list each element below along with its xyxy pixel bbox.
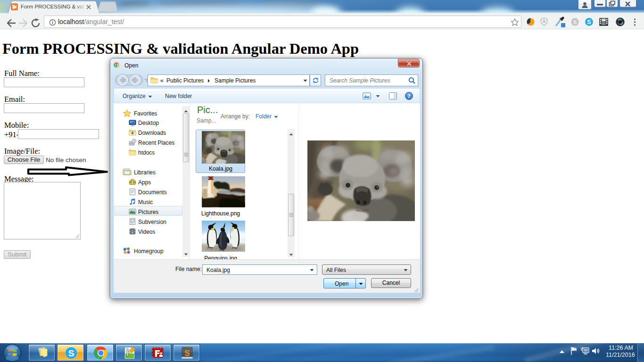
svg-text:S: S bbox=[184, 349, 190, 358]
svg-text:S: S bbox=[68, 348, 74, 358]
svg-text:S: S bbox=[587, 19, 591, 25]
svg-text:?: ? bbox=[408, 93, 411, 99]
svg-text:S: S bbox=[573, 19, 577, 25]
